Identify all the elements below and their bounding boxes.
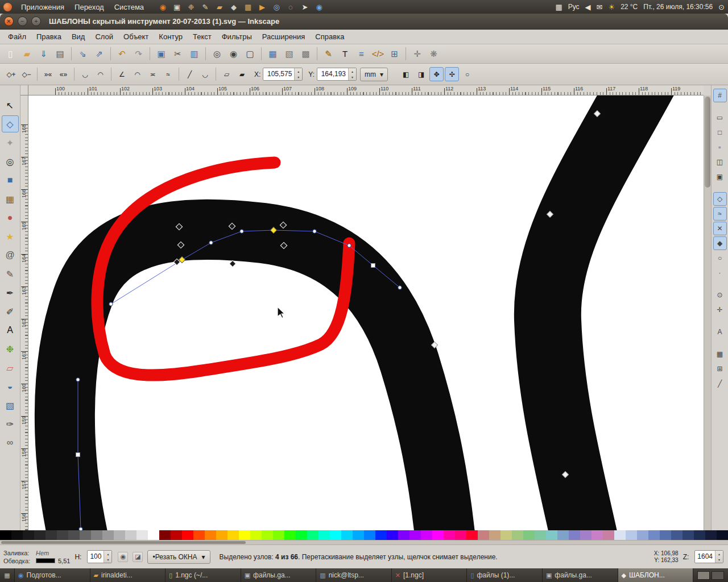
window-1ngc[interactable]: ✕[1.ngc] (392, 568, 468, 582)
window-minimize-button[interactable]: − (18, 16, 27, 26)
palette-color-swatch[interactable] (34, 530, 46, 540)
palette-scrollbar[interactable] (0, 540, 728, 544)
palette-scrollbar-thumb[interactable] (1, 541, 246, 544)
tool-eraser[interactable]: ▱ (2, 359, 19, 376)
segment-line-button[interactable]: ╱ (183, 67, 197, 81)
tool-pencil[interactable]: ✎ (2, 265, 19, 282)
palette-color-swatch[interactable] (80, 530, 91, 540)
palette-color-swatch[interactable] (341, 530, 353, 540)
inkscape-preferences-button[interactable]: ✛ (410, 46, 425, 61)
palette-color-swatch[interactable] (228, 530, 239, 540)
palette-color-swatch[interactable] (500, 530, 512, 540)
files-launcher-icon[interactable]: ▰ (214, 2, 225, 12)
palette-color-swatch[interactable] (455, 530, 466, 540)
firefox-launcher-icon[interactable]: ◉ (158, 2, 168, 12)
redo-button[interactable]: ↷ (131, 46, 146, 61)
window-podgotov[interactable]: ◉Подготов... (15, 568, 90, 582)
window-nick-ltsp[interactable]: ▥nick@ltsp... (316, 568, 392, 582)
menu-layer[interactable]: Слой (90, 31, 118, 43)
xml-editor-button[interactable]: </> (370, 46, 386, 61)
snap-bbox-centers-button[interactable]: ▣ (713, 170, 727, 184)
text-dialog-button[interactable]: Т (337, 46, 353, 61)
palette-color-swatch[interactable] (682, 530, 694, 540)
fill-value[interactable]: Нет (36, 549, 49, 557)
path-node-circle[interactable] (398, 286, 402, 289)
window-faily-1[interactable]: ▯файлы (1)... (467, 568, 543, 582)
join-with-segment-button[interactable]: ◡ (78, 67, 92, 81)
workspace-2[interactable] (712, 571, 724, 580)
palette-color-swatch[interactable] (580, 530, 592, 540)
tool-text[interactable]: А (2, 322, 19, 339)
tool-ellipse[interactable]: ● (2, 209, 19, 226)
path-node-circle[interactable] (209, 241, 213, 244)
break-nodes-button[interactable]: «» (56, 67, 71, 81)
panel-menu-places[interactable]: Переход (70, 2, 109, 13)
path-node-circle[interactable] (240, 230, 243, 233)
palette-color-swatch[interactable] (535, 530, 546, 540)
opacity-input[interactable]: 100 ▴▾ (87, 550, 112, 563)
menu-text[interactable]: Текст (188, 31, 217, 43)
align-dialog-button[interactable]: ⊞ (387, 46, 402, 61)
layer-visibility-eye-icon[interactable]: ◉ (118, 552, 128, 562)
vertical-scrollbar-thumb[interactable] (705, 97, 710, 188)
palette-color-swatch[interactable] (114, 530, 125, 540)
palette-color-swatch[interactable] (148, 530, 159, 540)
horizontal-ruler[interactable]: 1001011021031041051061071081091101111121… (28, 85, 704, 95)
palette-color-swatch[interactable] (216, 530, 228, 540)
panel-menu-system[interactable]: Система (110, 2, 148, 13)
vertical-scrollbar[interactable] (704, 95, 711, 530)
snap-object-centers-button[interactable]: ⊙ (713, 288, 727, 302)
palette-color-swatch[interactable] (136, 530, 148, 540)
y-coordinate-input[interactable]: 164,193 ▴▾ (317, 68, 357, 81)
palette-color-swatch[interactable] (68, 530, 80, 540)
palette-color-swatch[interactable] (660, 530, 671, 540)
palette-color-swatch[interactable] (626, 530, 637, 540)
tool-spiral[interactable]: @ (2, 247, 19, 264)
window-faily-ga-1[interactable]: ▣файлы.ga... (241, 568, 317, 582)
palette-color-swatch[interactable] (444, 530, 455, 540)
window-close-button[interactable]: ✕ (4, 16, 14, 26)
snap-bbox-edge-midpoints-button[interactable]: ◫ (713, 155, 727, 169)
paste-button[interactable]: ▥ (187, 46, 202, 61)
palette-color-swatch[interactable] (23, 530, 34, 540)
palette-color-swatch[interactable] (330, 530, 341, 540)
menu-view[interactable]: Вид (67, 31, 90, 43)
path-node-diamond[interactable] (229, 260, 235, 267)
palette-color-swatch[interactable] (648, 530, 660, 540)
snap-guides-button[interactable]: ╱ (713, 377, 727, 390)
tool-dropper[interactable]: ✑ (2, 415, 19, 433)
save-document-button[interactable]: ⇓ (36, 46, 51, 61)
window-titlebar[interactable]: ✕ − + ШАБЛОНЫ скрытый инструмент 20-07-2… (0, 14, 728, 30)
palette-color-swatch[interactable] (262, 530, 273, 540)
tool-3dbox[interactable]: ▦ (2, 190, 19, 207)
node-auto-button[interactable]: ≈ (161, 67, 175, 81)
create-clone-button[interactable]: ▧ (282, 46, 297, 61)
palette-color-swatch[interactable] (125, 530, 136, 540)
palette-color-swatch[interactable] (91, 530, 102, 540)
send-to-launcher-icon[interactable]: ➤ (300, 2, 310, 12)
snap-nodes-button[interactable]: ◇ (713, 192, 727, 206)
palette-color-swatch[interactable] (46, 530, 57, 540)
tool-rectangle[interactable]: ■ (2, 172, 19, 189)
import-image-button[interactable]: ⇘ (75, 46, 90, 61)
fill-stroke-indicator[interactable]: Заливка: Нет Обводка: 5,51 (3, 549, 70, 565)
gimp-launcher-icon[interactable]: ❉ (186, 2, 196, 12)
palette-color-swatch[interactable] (603, 530, 614, 540)
copy-button[interactable]: ▣ (154, 46, 169, 61)
palette-color-swatch[interactable] (205, 530, 216, 540)
snap-grids-button[interactable]: ⊞ (713, 362, 727, 376)
palette-color-swatch[interactable] (705, 530, 717, 540)
window-faily-ga-2[interactable]: ▣файлы.ga... (543, 568, 618, 582)
x-coordinate-input[interactable]: 105,575 ▴▾ (263, 68, 303, 81)
terminal-launcher-icon[interactable]: ▣ (172, 2, 182, 12)
join-nodes-button[interactable]: »« (41, 67, 55, 81)
media-player-launcher-icon[interactable]: ▶ (257, 2, 267, 12)
palette-color-swatch[interactable] (410, 530, 421, 540)
snap-enable-button[interactable]: # (713, 89, 727, 102)
snap-page-border-button[interactable]: ▦ (713, 347, 727, 361)
palette-color-swatch[interactable] (171, 530, 182, 540)
window-maximize-button[interactable]: + (31, 16, 41, 26)
path-node-circle[interactable] (76, 378, 80, 381)
palette-color-swatch[interactable] (421, 530, 432, 540)
keyboard-layout-icon[interactable]: ▦ (555, 3, 562, 11)
